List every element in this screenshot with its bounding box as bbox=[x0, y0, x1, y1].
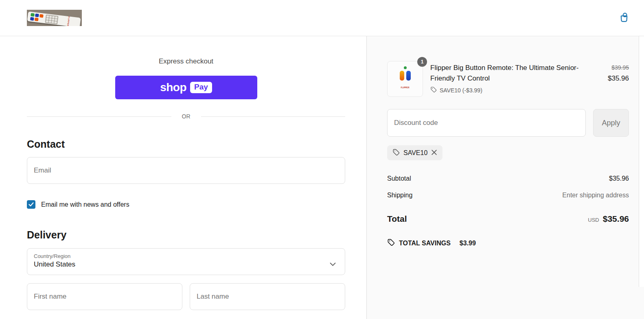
delivery-heading: Delivery bbox=[27, 229, 345, 241]
newsletter-checkbox[interactable] bbox=[27, 200, 35, 209]
total-label: Total bbox=[387, 214, 407, 224]
apply-discount-button[interactable]: Apply bbox=[593, 109, 629, 137]
subtotal-label: Subtotal bbox=[387, 175, 411, 182]
express-checkout-title: Express checkout bbox=[27, 57, 345, 66]
first-name-input[interactable] bbox=[27, 283, 182, 310]
cart-button[interactable] bbox=[616, 10, 632, 26]
subtotal-row: Subtotal $35.96 bbox=[387, 175, 629, 182]
shipping-value: Enter shipping address bbox=[562, 192, 629, 199]
total-savings-label: TOTAL SAVINGS bbox=[399, 240, 451, 247]
country-select-value: United States bbox=[34, 260, 329, 269]
shop-pay-button[interactable]: shop Pay bbox=[115, 76, 257, 99]
totals-section: Subtotal $35.96 Shipping Enter shipping … bbox=[387, 175, 629, 248]
logo-remote-graphic: FLIPPER bbox=[27, 11, 81, 26]
or-divider: OR bbox=[27, 113, 345, 120]
total-value: $35.96 bbox=[603, 214, 629, 224]
shipping-label: Shipping bbox=[387, 192, 412, 199]
total-savings-row: TOTAL SAVINGS $3.99 bbox=[387, 238, 629, 248]
email-input[interactable] bbox=[27, 157, 345, 184]
original-price: $39.95 bbox=[591, 64, 629, 71]
last-name-input[interactable] bbox=[190, 283, 345, 310]
shop-pay-logo-shop: shop bbox=[160, 81, 186, 94]
line-item-discount-text: SAVE10 (-$3.99) bbox=[440, 87, 482, 94]
order-summary: FLIPPER 1 Flipper Big Button Remote: The… bbox=[366, 36, 644, 319]
chevron-down-icon bbox=[330, 260, 336, 268]
shop-pay-logo-pay: Pay bbox=[190, 82, 212, 93]
shipping-row: Shipping Enter shipping address bbox=[387, 192, 629, 199]
tag-icon bbox=[387, 238, 395, 248]
divider-line bbox=[27, 116, 171, 117]
newsletter-label: Email me with news and offers bbox=[41, 201, 129, 208]
logo-brand-text: FLIPPER bbox=[67, 16, 70, 26]
total-savings-value: $3.99 bbox=[460, 240, 476, 247]
discount-code-row: Apply bbox=[387, 109, 629, 137]
total-row: Total USD $35.96 bbox=[387, 214, 629, 224]
newsletter-row: Email me with news and offers bbox=[27, 200, 345, 209]
scrollbar[interactable] bbox=[639, 36, 644, 287]
line-item-discount: SAVE10 (-$3.99) bbox=[430, 86, 583, 94]
quantity-badge: 1 bbox=[417, 57, 427, 67]
checkout-main: Express checkout shop Pay OR Contact bbox=[0, 36, 366, 319]
header: FLIPPER bbox=[0, 0, 644, 36]
product-thumbnail: FLIPPER bbox=[387, 61, 423, 97]
discount-code-input[interactable] bbox=[387, 109, 586, 137]
country-select[interactable]: Country/Region United States bbox=[27, 248, 345, 275]
currency-code: USD bbox=[588, 217, 599, 223]
store-logo[interactable]: FLIPPER bbox=[27, 10, 82, 26]
tag-icon bbox=[430, 86, 437, 94]
product-title: Flipper Big Button Remote: The Ultimate … bbox=[430, 63, 583, 84]
cart-line-item: FLIPPER 1 Flipper Big Button Remote: The… bbox=[387, 61, 629, 97]
applied-discount-code: SAVE10 bbox=[403, 149, 427, 157]
divider-line bbox=[201, 116, 346, 117]
product-remote-graphic: FLIPPER bbox=[397, 66, 413, 92]
tag-icon bbox=[392, 149, 400, 157]
close-icon bbox=[431, 149, 437, 157]
applied-discount-chip: SAVE10 bbox=[387, 145, 442, 160]
name-fields-row bbox=[27, 283, 345, 310]
checkmark-icon bbox=[28, 201, 34, 208]
bag-icon bbox=[618, 19, 630, 25]
contact-heading: Contact bbox=[27, 138, 345, 150]
discounted-price: $35.96 bbox=[591, 74, 629, 83]
or-label: OR bbox=[182, 113, 191, 120]
country-select-label: Country/Region bbox=[34, 253, 329, 259]
subtotal-value: $35.96 bbox=[609, 175, 629, 182]
remove-discount-button[interactable] bbox=[431, 149, 437, 157]
